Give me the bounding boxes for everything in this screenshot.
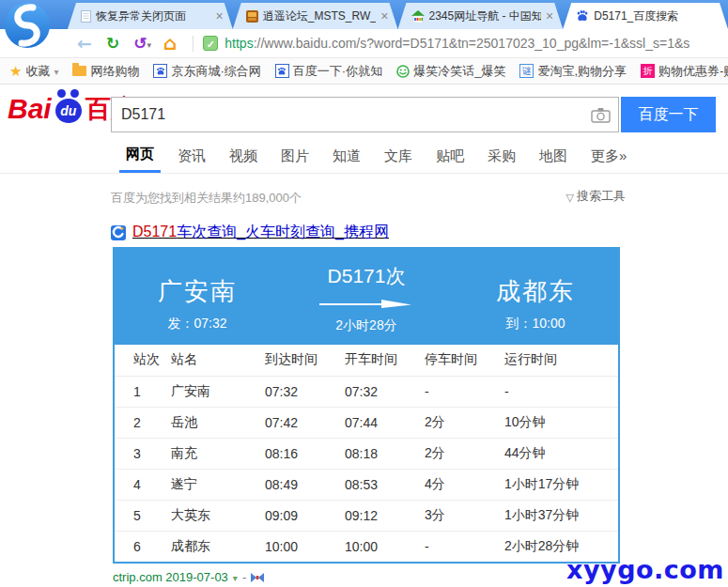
search-tools-button[interactable]: 搜索工具 <box>566 188 626 205</box>
cell: 08:18 <box>345 438 425 469</box>
nav-tab-more[interactable]: 更多» <box>591 139 627 173</box>
col-header: 站次 <box>115 345 171 376</box>
baidu-search-input[interactable] <box>111 97 619 132</box>
cell: 07:42 <box>265 407 345 438</box>
col-header: 开车时间 <box>345 345 425 376</box>
document-icon <box>81 10 91 23</box>
table-row: 4 遂宁 08:49 08:53 4分 1小时17分钟 <box>115 469 618 500</box>
bookmark-jokes[interactable]: 爆笑冷笑话_爆笑 <box>396 63 505 80</box>
cell: 10:00 <box>345 531 425 562</box>
bookmark-baidu[interactable]: 百度一下·你就知 <box>275 63 382 80</box>
cell: 08:53 <box>345 469 425 500</box>
nav-tab-video[interactable]: 视频 <box>229 139 257 173</box>
url-protocol: https <box>225 36 253 51</box>
tab-baidu-search-active[interactable]: D5171_百度搜索 <box>563 3 728 29</box>
result-title-rest: 车次查询_火车时刻查询_携程网 <box>177 224 389 239</box>
url-text: ://www.baidu.com/s?word=D5171&tn=2501702… <box>254 36 690 51</box>
timetable: 站次 站名 到达时间 开车时间 停车时间 运行时间 1 广安南 07:32 07… <box>113 345 620 564</box>
baidu-paw-icon <box>153 64 167 78</box>
result-type-nav: 网页 资讯 视频 图片 知道 文库 贴吧 采购 地图 更多» <box>0 139 728 174</box>
nav-tab-caigou[interactable]: 采购 <box>488 139 516 173</box>
cell: 3分 <box>425 500 504 531</box>
funnel-icon <box>566 190 574 204</box>
undo-icon <box>133 34 147 54</box>
arrow-right-icon <box>319 296 413 309</box>
address-bar[interactable]: https://www.baidu.com/s?word=D5171&tn=25… <box>225 36 728 51</box>
bookmark-folder-shopping[interactable]: 网络购物 <box>72 63 139 80</box>
cell: 07:44 <box>345 407 425 438</box>
tab-forum[interactable]: 逍遥论坛_MSTS_RW_FS <box>233 3 398 29</box>
baidu-logo-bai: Bai <box>8 92 52 126</box>
cell: 2分 <box>425 407 504 438</box>
train-card-header: 广安南 发：07:32 D5171次 2小时28分 成都东 到：10:00 <box>113 247 620 345</box>
nav-tab-images[interactable]: 图片 <box>281 139 309 173</box>
bookmark-label: 购物优惠券-购优 <box>658 63 728 80</box>
nav-tab-maps[interactable]: 地图 <box>539 139 567 173</box>
baidu-search-button[interactable]: 百度一下 <box>621 97 716 132</box>
result-title-highlight: D5171 <box>132 224 177 239</box>
nav-tab-zhidao[interactable]: 知道 <box>333 139 361 173</box>
bookmark-jd[interactable]: 京东商城·综合网 <box>153 63 260 80</box>
refresh-icon[interactable] <box>106 36 119 52</box>
cell: 1 <box>115 376 171 407</box>
search-tools-label: 搜索工具 <box>577 188 626 205</box>
cell: 2 <box>115 407 171 438</box>
back-icon[interactable] <box>77 35 92 53</box>
cell: 南充 <box>171 438 265 469</box>
camera-icon[interactable] <box>591 107 611 127</box>
nav-tab-web[interactable]: 网页 <box>119 139 161 173</box>
cell: 3 <box>115 438 171 469</box>
cell: 1小时37分钟 <box>504 500 618 531</box>
bookmark-taobao[interactable]: 谜 爱淘宝,购物分享 <box>519 63 627 80</box>
undo-button[interactable] <box>133 34 151 54</box>
tab-title: 2345网址导航 - 中国知 <box>429 8 542 24</box>
cell: 10分钟 <box>504 407 618 438</box>
cell: 大英东 <box>171 500 265 531</box>
bookmark-label: 京东商城·综合网 <box>171 63 260 80</box>
tab-restore-page[interactable]: 恢复异常关闭页面 <box>68 3 233 29</box>
cell: - <box>425 376 504 407</box>
nav-tab-tieba[interactable]: 贴吧 <box>436 139 464 173</box>
table-row: 3 南充 08:16 08:18 2分 44分钟 <box>115 438 618 469</box>
folder-icon <box>72 66 86 76</box>
sogou-browser-logo[interactable] <box>4 2 51 49</box>
bookmark-coupons[interactable]: 折 购物优惠券-购优 <box>641 63 728 80</box>
result-title-link[interactable]: D5171车次查询_火车时刻查询_携程网 <box>132 223 389 242</box>
departure-time: 发：07:32 <box>167 316 226 332</box>
caret-down-icon[interactable] <box>233 570 238 584</box>
security-shield-icon[interactable] <box>203 36 218 51</box>
watermark: xyygo.com <box>566 555 724 584</box>
train-number: D5171次 <box>328 263 406 289</box>
tab-title: 恢复异常关闭页面 <box>96 8 211 24</box>
home-icon[interactable] <box>163 34 177 53</box>
caret-down-icon <box>54 64 58 78</box>
bookmark-favorites[interactable]: 收藏 <box>9 63 58 80</box>
bookmarks-bar: 收藏 网络购物 京东商城·综合网 百度一下·你就知 爆笑冷笑话_爆笑 谜 爱淘宝… <box>0 58 728 85</box>
cell: 成都东 <box>171 531 265 562</box>
result-source[interactable]: ctrip.com 2019-07-03 <box>113 570 228 584</box>
nav-tab-wenku[interactable]: 文库 <box>384 139 412 173</box>
caret-down-icon <box>147 35 151 52</box>
trip-duration: 2小时28分 <box>335 317 396 334</box>
close-icon[interactable] <box>216 8 224 23</box>
bookmark-label: 百度一下·你就知 <box>293 63 382 80</box>
zhe-icon: 折 <box>641 64 655 78</box>
tab-2345-nav[interactable]: 2345网址导航 - 中国知 <box>398 3 564 29</box>
col-header: 到达时间 <box>265 345 345 376</box>
cell: 09:09 <box>265 500 345 531</box>
cell: 岳池 <box>171 407 265 438</box>
cell: 08:49 <box>265 469 345 500</box>
close-icon[interactable] <box>380 8 388 23</box>
table-row: 1 广安南 07:32 07:32 - - <box>115 376 618 407</box>
nav-tab-news[interactable]: 资讯 <box>178 139 206 173</box>
train-schedule-card: 广安南 发：07:32 D5171次 2小时28分 成都东 到：10:00 <box>113 247 620 564</box>
cell: 44分钟 <box>504 438 618 469</box>
bowtie-icon[interactable] <box>251 573 264 582</box>
star-icon <box>9 63 22 80</box>
bookmark-label: 爆笑冷笑话_爆笑 <box>413 63 505 80</box>
cell: 10:00 <box>265 531 345 562</box>
close-icon[interactable] <box>546 8 553 23</box>
search-result-item: D5171车次查询_火车时刻查询_携程网 <box>111 223 389 242</box>
cell: 4 <box>115 469 171 500</box>
cell: - <box>425 531 504 562</box>
